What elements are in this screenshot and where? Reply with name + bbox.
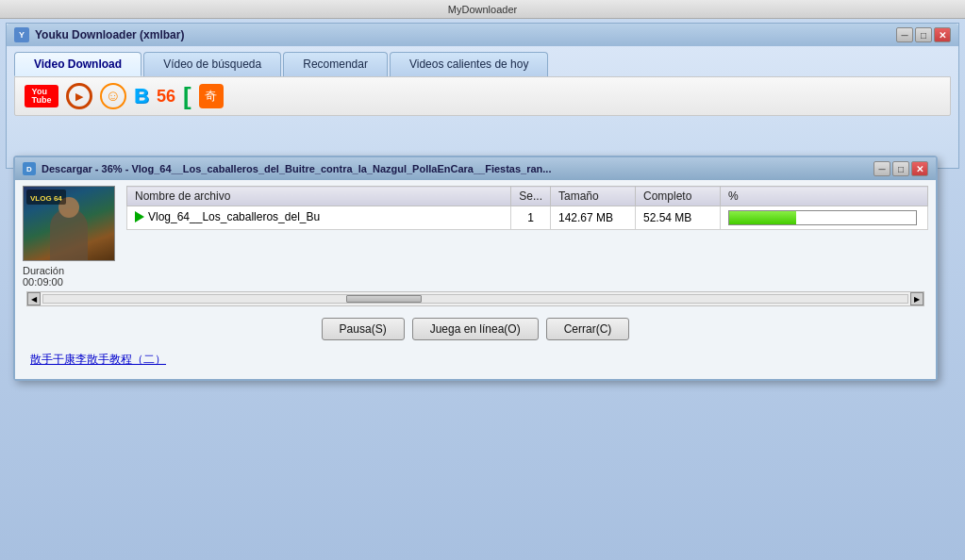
dialog-title-left: D Descargar - 36% - Vlog_64__Los_caballe… (23, 162, 551, 175)
tab-recommend[interactable]: Recomendar (283, 52, 388, 76)
completo-cell: 52.54 MB (636, 206, 721, 230)
file-table: Nombre de archivo Se... Tamaño Completo … (126, 186, 928, 230)
window-title: Youku Downloader (xmlbar) (35, 28, 184, 41)
youku-icon[interactable]: ☺ (100, 83, 126, 109)
title-bar-left: Y Youku Downloader (xmlbar) (14, 27, 184, 42)
pause-button[interactable]: Pausa(S) (322, 318, 405, 340)
dialog-minimize-button[interactable]: ─ (873, 161, 890, 176)
title-bar: Y Youku Downloader (xmlbar) ─ □ ✕ (7, 24, 958, 46)
bilibili-icon[interactable]: B (134, 84, 149, 108)
play-arrow-icon (135, 211, 144, 222)
progress-cell (721, 206, 928, 230)
file-row: Vlog_64__Los_caballeros_del_Bu (135, 210, 320, 223)
dialog-title-bar: D Descargar - 36% - Vlog_64__Los_caballe… (15, 157, 936, 180)
title-bar-controls: ─ □ ✕ (896, 27, 951, 42)
tab-trending[interactable]: Videos calientes de hoy (390, 52, 549, 76)
file-table-area: Nombre de archivo Se... Tamaño Completo … (126, 186, 928, 288)
scroll-thumb[interactable] (346, 295, 422, 303)
tabs-row: Video Download Vídeo de búsqueda Recomen… (7, 46, 958, 76)
app-icon: Y (14, 27, 29, 42)
close-button[interactable]: ✕ (934, 27, 951, 42)
col-percent: % (721, 187, 928, 206)
progress-bar-fill (729, 211, 796, 224)
tudou-icon[interactable]: ▶ (66, 83, 92, 109)
play-online-button[interactable]: Juega en línea(O) (412, 318, 539, 340)
scroll-right-button[interactable]: ▶ (910, 292, 923, 305)
youtube-icon[interactable]: YouTube (25, 85, 58, 107)
col-nombre: Nombre de archivo (127, 187, 511, 206)
tab-video-download[interactable]: Video Download (14, 52, 141, 76)
scroll-left-button[interactable]: ◀ (27, 292, 41, 305)
table-row: Vlog_64__Los_caballeros_del_Bu 1 142.67 … (127, 206, 928, 230)
browser-top-bar: MyDownloader (0, 0, 965, 19)
iqiyi-icon[interactable]: 奇 (199, 84, 224, 108)
dialog-title-text: Descargar - 36% - Vlog_64__Los_caballero… (42, 163, 551, 174)
bottom-link-area: 散手干康李散手教程（二） (23, 348, 928, 373)
col-completo: Completo (636, 187, 721, 206)
col-tamano: Tamaño (551, 187, 636, 206)
buttons-row: Pausa(S) Juega en línea(O) Cerrar(C) (23, 310, 928, 348)
main-window: Y Youku Downloader (xmlbar) ─ □ ✕ Video … (6, 23, 959, 169)
minimize-button[interactable]: ─ (896, 27, 913, 42)
video-thumbnail: VLOG 64 (23, 186, 115, 261)
56-icon[interactable]: 56 (157, 87, 175, 107)
file-name-cell: Vlog_64__Los_caballeros_del_Bu (127, 206, 511, 230)
browser-url: MyDownloader (448, 4, 517, 15)
dialog-content-area: VLOG 64 Duración 00:09:00 Nombre de arch… (23, 186, 928, 288)
duration-value: 00:09:00 (23, 276, 117, 288)
maximize-button[interactable]: □ (915, 27, 932, 42)
tab-video-search[interactable]: Vídeo de búsqueda (143, 52, 281, 76)
dialog-maximize-button[interactable]: □ (892, 161, 909, 176)
horizontal-scrollbar[interactable]: ◀ ▶ (26, 291, 924, 306)
close-dialog-button[interactable]: Cerrar(C) (546, 318, 630, 340)
progress-bar-container (728, 210, 917, 225)
download-dialog: D Descargar - 36% - Vlog_64__Los_caballe… (13, 156, 938, 381)
bottom-link[interactable]: 散手干康李散手教程（二） (30, 353, 166, 366)
dialog-close-button[interactable]: ✕ (911, 161, 928, 176)
dialog-controls: ─ □ ✕ (873, 161, 928, 176)
se-cell: 1 (511, 206, 551, 230)
duration-label: Duración (23, 265, 117, 276)
file-name: Vlog_64__Los_caballeros_del_Bu (148, 210, 320, 223)
letv-icon[interactable]: [ (183, 84, 191, 109)
dialog-app-icon: D (23, 162, 36, 175)
thumbnail-area: VLOG 64 Duración 00:09:00 (23, 186, 117, 288)
scroll-track[interactable] (42, 294, 908, 304)
col-se: Se... (511, 187, 551, 206)
icons-bar: YouTube ▶ ☺ B 56 (14, 76, 951, 116)
tamano-cell: 142.67 MB (551, 206, 636, 230)
